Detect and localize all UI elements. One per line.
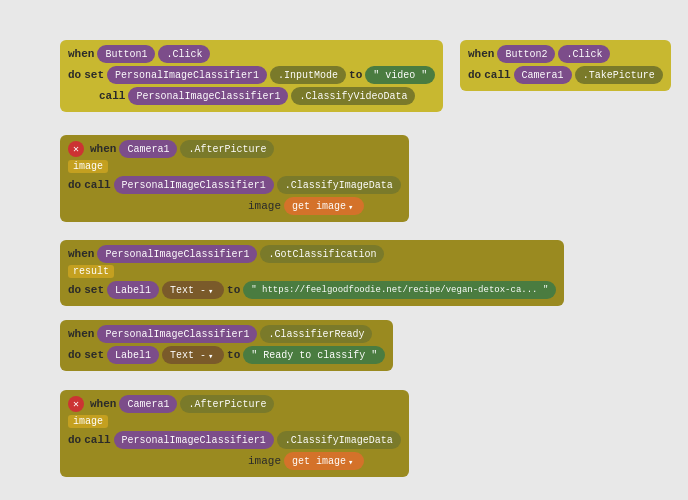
to-keyword-1: to — [349, 69, 362, 81]
block-group-5: when PersonalImageClassifier1 .Classifie… — [60, 320, 393, 371]
when-keyword-3: when — [90, 143, 116, 155]
block-group-2: when Button2 .Click do call Camera1 .Tak… — [460, 40, 671, 91]
video-value: " video " — [365, 66, 435, 84]
classifier-block-6[interactable]: PersonalImageClassifier1 — [114, 431, 274, 449]
classifier-block-3[interactable]: PersonalImageClassifier1 — [114, 176, 274, 194]
get-image-block-6[interactable]: get image — [284, 452, 364, 470]
when-keyword-5: when — [68, 328, 94, 340]
image-label-6: image — [248, 455, 281, 467]
get-image-block-3[interactable]: get image — [284, 197, 364, 215]
do-keyword-1: do — [68, 69, 81, 81]
takepic-block[interactable]: .TakePicture — [575, 66, 663, 84]
classify-block-6[interactable]: .ClassifyImageData — [277, 431, 401, 449]
url-value: " https://feelgoodfoodie.net/recipe/vega… — [243, 281, 556, 299]
camera1-block-2[interactable]: Camera1 — [514, 66, 572, 84]
call-keyword-3: call — [84, 179, 110, 191]
block-group-1: when Button1 .Click do set PersonalImage… — [60, 40, 443, 112]
button2-block[interactable]: Button2 — [497, 45, 555, 63]
call-keyword-2: call — [484, 69, 510, 81]
do-keyword-4: do — [68, 284, 81, 296]
afterpic-block-3[interactable]: .AfterPicture — [180, 140, 274, 158]
click-block[interactable]: .Click — [158, 45, 210, 63]
do-keyword-6: do — [68, 434, 81, 446]
set-keyword-5: set — [84, 349, 104, 361]
call-keyword-6: call — [84, 434, 110, 446]
classify-video-block[interactable]: .ClassifyVideoData — [291, 87, 415, 105]
camera1-block-6[interactable]: Camera1 — [119, 395, 177, 413]
camera1-block-3[interactable]: Camera1 — [119, 140, 177, 158]
call-keyword-1: call — [99, 90, 125, 102]
text-label-4[interactable]: Text - — [162, 281, 224, 299]
classifier-block-4[interactable]: PersonalImageClassifier1 — [97, 245, 257, 263]
afterpic-block-6[interactable]: .AfterPicture — [180, 395, 274, 413]
image-badge-6: image — [68, 415, 108, 428]
ready-value: " Ready to classify " — [243, 346, 385, 364]
error-icon-6: ✕ — [68, 396, 84, 412]
image-label-3: image — [248, 200, 281, 212]
when-keyword-4: when — [68, 248, 94, 260]
gotclass-block[interactable]: .GotClassification — [260, 245, 384, 263]
classifier-block-1[interactable]: PersonalImageClassifier1 — [107, 66, 267, 84]
click-block-2[interactable]: .Click — [558, 45, 610, 63]
classifier-block-5[interactable]: PersonalImageClassifier1 — [97, 325, 257, 343]
set-keyword-1: set — [84, 69, 104, 81]
classify-block-3[interactable]: .ClassifyImageData — [277, 176, 401, 194]
image-badge-3: image — [68, 160, 108, 173]
do-keyword-3: do — [68, 179, 81, 191]
button1-block[interactable]: Button1 — [97, 45, 155, 63]
do-keyword-2: do — [468, 69, 481, 81]
block-group-3: ✕ when Camera1 .AfterPicture image do ca… — [60, 135, 409, 222]
inputmode-block[interactable]: .InputMode — [270, 66, 346, 84]
classifierready-block[interactable]: .ClassifierReady — [260, 325, 372, 343]
result-badge-4: result — [68, 265, 114, 278]
to-keyword-4: to — [227, 284, 240, 296]
when-keyword-2: when — [468, 48, 494, 60]
text-label-5[interactable]: Text - — [162, 346, 224, 364]
block-group-6: ✕ when Camera1 .AfterPicture image do ca… — [60, 390, 409, 477]
block-group-4: when PersonalImageClassifier1 .GotClassi… — [60, 240, 564, 306]
error-icon-3: ✕ — [68, 141, 84, 157]
to-keyword-5: to — [227, 349, 240, 361]
label1-block-4[interactable]: Label1 — [107, 281, 159, 299]
when-keyword-1: when — [68, 48, 94, 60]
when-keyword-6: when — [90, 398, 116, 410]
do-keyword-5: do — [68, 349, 81, 361]
label1-block-5[interactable]: Label1 — [107, 346, 159, 364]
set-keyword-4: set — [84, 284, 104, 296]
classifier-block-1b[interactable]: PersonalImageClassifier1 — [128, 87, 288, 105]
